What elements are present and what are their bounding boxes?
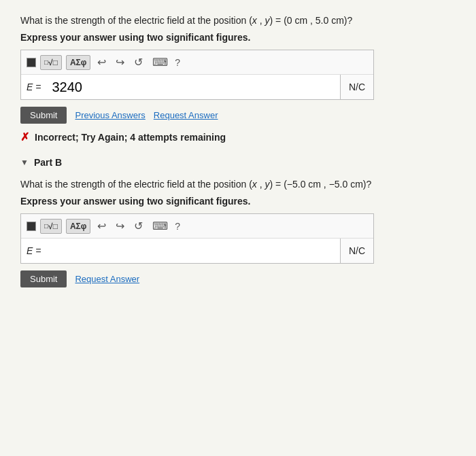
greek-button[interactable]: ΑΣφ <box>66 55 90 70</box>
part-a-error-row: ✗ Incorrect; Try Again; 4 attempts remai… <box>20 130 456 143</box>
part-b-greek-button[interactable]: ΑΣφ <box>66 219 90 234</box>
part-a-answer-box: □√□ ΑΣφ ↩ ↪ ↺ ⌨ ? E = N/C <box>20 50 374 100</box>
redo-button[interactable]: ↪ <box>113 54 127 70</box>
part-b-color-swatch <box>27 222 36 231</box>
part-a-toolbar: □√□ ΑΣφ ↩ ↪ ↺ ⌨ ? <box>21 50 373 75</box>
part-b-label: Part B <box>34 157 62 168</box>
sqrt-button[interactable]: □√□ <box>40 55 62 70</box>
part-b-toolbar: □√□ ΑΣφ ↩ ↪ ↺ ⌨ ? <box>21 214 373 239</box>
part-b-input-label: E = <box>21 241 46 260</box>
part-b-input[interactable] <box>46 239 339 263</box>
part-b-input-row: E = N/C <box>21 239 373 263</box>
refresh-button[interactable]: ↺ <box>131 54 146 70</box>
part-b-submit-button[interactable]: Submit <box>20 270 67 287</box>
part-a-previous-button[interactable]: Previous Answers <box>75 110 145 120</box>
part-a-submit-button[interactable]: Submit <box>20 107 67 124</box>
keyboard-button[interactable]: ⌨ <box>150 54 171 70</box>
part-b-answer-box: □√□ ΑΣφ ↩ ↪ ↺ ⌨ ? E = N/C <box>20 213 374 264</box>
error-icon: ✗ <box>20 130 29 143</box>
part-a-actions: Submit Previous Answers Request Answer <box>20 107 456 124</box>
help-label: ? <box>175 57 180 68</box>
part-a-instruction: Express your answer using two significan… <box>20 32 456 43</box>
part-a-input-row: E = N/C <box>21 75 373 99</box>
part-b-label-row: ▼ Part B <box>20 157 456 168</box>
part-b-redo-button[interactable]: ↪ <box>113 218 127 234</box>
part-b-collapse-icon[interactable]: ▼ <box>20 158 29 167</box>
color-swatch <box>27 58 36 67</box>
part-b-question: What is the strength of the electric fie… <box>20 177 456 192</box>
part-b-refresh-button[interactable]: ↺ <box>131 218 146 234</box>
part-a-section: What is the strength of the electric fie… <box>20 14 456 143</box>
part-a-question: What is the strength of the electric fie… <box>20 14 456 28</box>
part-b-keyboard-button[interactable]: ⌨ <box>150 218 171 234</box>
error-message: Incorrect; Try Again; 4 attempts remaini… <box>35 132 226 143</box>
part-a-input[interactable] <box>46 75 339 99</box>
part-b-section: ▼ Part B What is the strength of the ele… <box>20 157 456 287</box>
undo-button[interactable]: ↩ <box>95 54 109 70</box>
part-b-request-button[interactable]: Request Answer <box>75 274 139 284</box>
part-a-unit: N/C <box>340 75 373 99</box>
part-b-actions: Submit Request Answer <box>20 270 456 287</box>
part-b-unit: N/C <box>340 239 373 263</box>
part-b-undo-button[interactable]: ↩ <box>95 218 109 234</box>
part-b-help-label: ? <box>175 221 180 232</box>
part-a-input-label: E = <box>21 77 46 97</box>
part-b-instruction: Express your answer using two significan… <box>20 196 456 207</box>
part-a-request-button[interactable]: Request Answer <box>154 110 218 120</box>
part-b-sqrt-button[interactable]: □√□ <box>40 219 62 234</box>
